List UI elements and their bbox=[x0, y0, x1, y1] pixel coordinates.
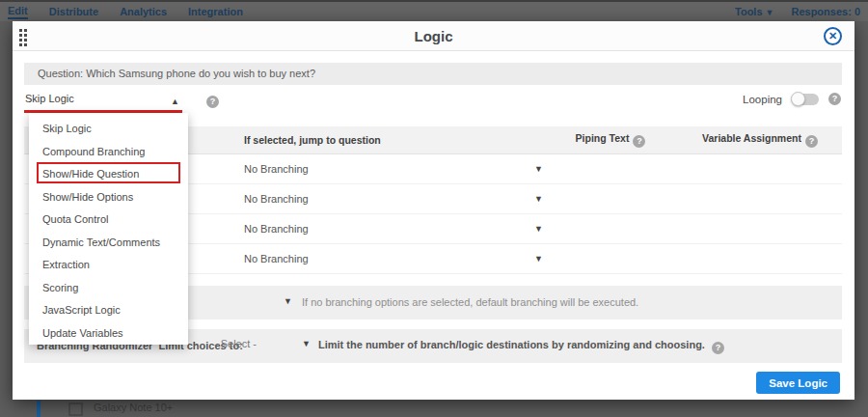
modal-title: Logic bbox=[13, 21, 854, 51]
randomizer-note: Limit the number of branch/logic destina… bbox=[318, 339, 724, 354]
answer-checkbox bbox=[68, 403, 83, 416]
save-logic-button[interactable]: Save Logic bbox=[756, 372, 840, 394]
jump-column-header: If selected, jump to question bbox=[231, 134, 543, 146]
default-branching-select[interactable]: ▼ bbox=[284, 296, 292, 306]
question-label: Question: Which Samsung phone do you wis… bbox=[24, 63, 842, 85]
limit-choices-select[interactable]: - Select - ▼ bbox=[214, 338, 318, 349]
looping-toggle[interactable] bbox=[792, 94, 819, 105]
nav-tab-edit[interactable]: Edit bbox=[8, 5, 28, 19]
chevron-down-icon: ▼ bbox=[534, 194, 543, 204]
nav-tab-integration[interactable]: Integration bbox=[188, 6, 243, 17]
looping-control: Looping ? bbox=[743, 93, 841, 105]
menu-item-compound-branching[interactable]: Compound Branching bbox=[29, 141, 188, 164]
chevron-down-icon: ▼ bbox=[534, 224, 543, 234]
nav-tab-distribute[interactable]: Distribute bbox=[49, 6, 98, 17]
responses-count: Responses: 0 bbox=[791, 6, 860, 17]
help-icon[interactable]: ? bbox=[828, 93, 841, 105]
menu-item-javascript-logic[interactable]: JavaScript Logic bbox=[29, 299, 188, 322]
jump-to-select[interactable]: No Branching▼ bbox=[244, 193, 543, 205]
logic-type-value: Skip Logic bbox=[25, 93, 74, 104]
jump-to-select[interactable]: No Branching▼ bbox=[244, 163, 543, 175]
help-icon[interactable]: ? bbox=[712, 342, 724, 354]
looping-label: Looping bbox=[743, 94, 782, 105]
default-branching-note: If no branching options are selected, de… bbox=[302, 296, 638, 308]
top-navbar: Edit Distribute Analytics Integration To… bbox=[0, 0, 868, 21]
close-icon[interactable]: ✕ bbox=[824, 27, 842, 45]
jump-to-select[interactable]: No Branching▼ bbox=[244, 223, 543, 235]
question-accent-bar bbox=[37, 401, 41, 417]
chevron-down-icon: ▼ bbox=[302, 339, 311, 348]
menu-item-extraction[interactable]: Extraction bbox=[29, 254, 188, 277]
tools-menu[interactable]: Tools▼ bbox=[735, 6, 773, 17]
piping-column-header: Piping Text? bbox=[543, 132, 678, 148]
menu-item-show-hide-question[interactable]: Show/Hide Question bbox=[29, 163, 188, 186]
menu-item-quota-control[interactable]: Quota Control bbox=[29, 208, 188, 232]
jump-to-select[interactable]: No Branching▼ bbox=[244, 253, 543, 264]
chevron-down-icon: ▼ bbox=[534, 164, 543, 174]
nav-tab-analytics[interactable]: Analytics bbox=[120, 6, 167, 17]
logic-modal: Logic ✕ Question: Which Samsung phone do… bbox=[13, 21, 854, 400]
help-icon[interactable]: ? bbox=[805, 135, 818, 148]
help-icon[interactable]: ? bbox=[206, 96, 219, 108]
chevron-up-icon: ▲ bbox=[171, 97, 179, 106]
modal-header: Logic ✕ bbox=[13, 21, 854, 51]
logic-type-dropdown-menu: Skip Logic Compound Branching Show/Hide … bbox=[29, 113, 188, 345]
menu-item-show-hide-options[interactable]: Show/Hide Options bbox=[29, 186, 188, 209]
chevron-down-icon: ▼ bbox=[766, 8, 774, 17]
menu-item-update-variables[interactable]: Update Variables bbox=[29, 322, 188, 346]
menu-item-scoring[interactable]: Scoring bbox=[29, 277, 188, 300]
help-icon[interactable]: ? bbox=[633, 135, 645, 148]
answer-option-label: Galaxy Note 10+ bbox=[94, 402, 173, 413]
logic-type-select[interactable]: Skip Logic ▲ bbox=[25, 93, 181, 111]
variable-column-header: Variable Assignment? bbox=[678, 132, 842, 148]
chevron-down-icon: ▼ bbox=[534, 254, 543, 264]
menu-item-skip-logic[interactable]: Skip Logic bbox=[29, 118, 188, 141]
menu-item-dynamic-text-comments[interactable]: Dynamic Text/Comments bbox=[29, 232, 188, 255]
